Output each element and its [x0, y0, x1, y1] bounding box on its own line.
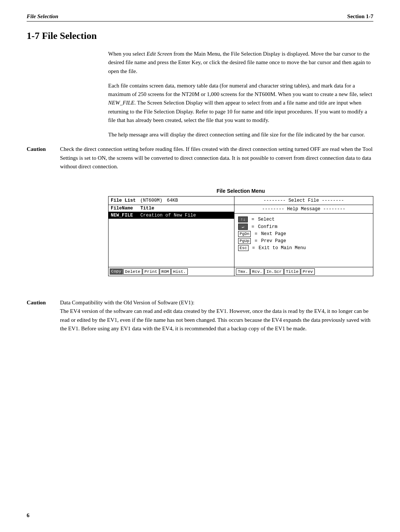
caution-1-text: Check the direct connection setting befo…	[60, 145, 373, 171]
paragraph-2: Each file contains screen data, memory t…	[108, 82, 373, 125]
content-area: When you select Edit Screen from the Mai…	[27, 50, 373, 340]
key-confirm: ↵ = Confirm	[238, 224, 369, 230]
diagram-outer: File List (NT600M) 64KB FileName Title N…	[108, 196, 373, 276]
btn-delete[interactable]: Delete	[123, 268, 142, 275]
diag-right-buttons: Tmx. Rcv. In.Scr Title Prev	[234, 267, 373, 276]
key-nextpage-label: Next Page	[261, 231, 286, 237]
key-prev-page: PgUp = Prev Page	[238, 238, 369, 244]
header-left: File Selection	[27, 13, 58, 20]
btn-title[interactable]: Title	[284, 268, 301, 275]
diag-left-spacer	[109, 219, 234, 267]
diag-file-list-label: File List	[111, 198, 136, 203]
caution-2-text: Data Compatibility with the Old Version …	[60, 298, 373, 333]
key-updown-badge: ↑↓	[238, 217, 248, 222]
key-next-page: PgDn = Next Page	[238, 231, 369, 237]
btn-rom[interactable]: ROM	[160, 268, 171, 275]
caution-2: Caution Data Compatibility with the Old …	[27, 298, 373, 333]
key-esc-badge: Esc	[238, 245, 249, 251]
key-pgdn-badge: PgDn	[238, 231, 251, 237]
btn-inscr[interactable]: In.Scr	[264, 268, 283, 275]
diag-col-headers: FileName Title	[109, 205, 234, 212]
key-enter-badge: ↵	[238, 224, 248, 230]
diag-size-label: 64KB	[167, 198, 178, 203]
diagram-right-panel: -------- Select File -------- -------- H…	[234, 196, 373, 276]
diag-help-message: -------- Help Message --------	[234, 205, 373, 214]
header-right: Section 1-7	[347, 13, 373, 20]
col-filename-header: FileName	[111, 206, 140, 211]
diag-left-buttons: Copy Delete Print ROM Hist.	[109, 267, 234, 276]
new-file-title: Creation of New File	[140, 213, 196, 218]
paragraph-1: When you select Edit Screen from the Mai…	[108, 50, 373, 76]
caution-2-label: Caution	[27, 298, 60, 333]
page: File Selection Section 1-7 1-7 File Sele…	[0, 0, 400, 532]
diag-file-list-header: File List (NT600M) 64KB	[109, 196, 234, 205]
btn-copy[interactable]: Copy	[110, 268, 123, 275]
btn-rcv[interactable]: Rcv.	[250, 268, 264, 275]
diag-key-list: ↑↓ = Select ↵ = Confirm PgDn	[234, 214, 373, 267]
diag-model-label: (NT600M)	[140, 198, 163, 203]
diagram-container: File Selection Menu File List (NT600M) 6…	[108, 188, 373, 276]
diagram-left-panel: File List (NT600M) 64KB FileName Title N…	[109, 196, 234, 276]
key-pgup-badge: PgUp	[238, 238, 251, 244]
btn-print[interactable]: Print	[143, 268, 159, 275]
key-confirm-label: Confirm	[258, 224, 278, 229]
btn-prev[interactable]: Prev	[301, 268, 315, 275]
paragraph-3: The help message area will display the d…	[108, 130, 373, 139]
new-file-name: NEW_FILE	[111, 213, 140, 218]
key-exit-label: Exit to Main Menu	[259, 245, 306, 251]
key-prevpage-label: Prev Page	[261, 238, 286, 244]
caution-1-label: Caution	[27, 145, 60, 171]
key-exit: Esc = Exit to Main Menu	[238, 245, 369, 251]
page-number: 6	[27, 512, 30, 519]
diagram-title: File Selection Menu	[108, 188, 373, 194]
btn-hist[interactable]: Hist.	[171, 268, 188, 275]
section-title: 1-7 File Selection	[27, 30, 373, 42]
key-select-label: Select	[258, 217, 275, 222]
diag-select-file: -------- Select File --------	[234, 196, 373, 205]
page-header: File Selection Section 1-7	[27, 13, 373, 22]
diag-new-file-row: NEW_FILE Creation of New File	[109, 212, 234, 219]
caution-1: Caution Check the direct connection sett…	[27, 145, 373, 171]
col-title-header: Title	[140, 206, 154, 211]
btn-tmx[interactable]: Tmx.	[236, 268, 250, 275]
key-select: ↑↓ = Select	[238, 217, 369, 222]
